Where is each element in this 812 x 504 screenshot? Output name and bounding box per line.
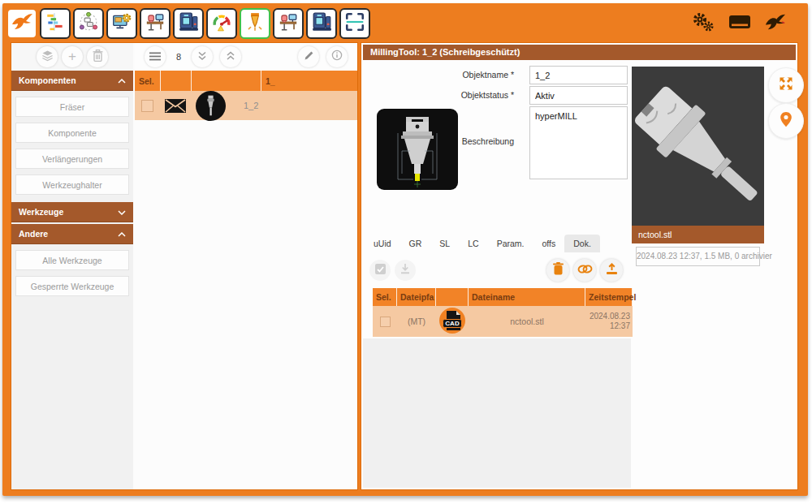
list-menu-button[interactable]	[145, 46, 166, 67]
column-icon[interactable]	[192, 71, 261, 91]
browser-panel: + Komponenten Fräser Komponente Verlänge…	[11, 42, 358, 490]
column-name[interactable]: 1_	[261, 71, 357, 91]
stl-3d-viewer[interactable]	[632, 67, 764, 226]
objektstatus-input[interactable]	[529, 86, 628, 105]
item-label: Werkzeughalter	[42, 180, 102, 190]
module-workstation-button[interactable]	[140, 8, 171, 39]
row-checkbox[interactable]	[141, 100, 153, 112]
expand-viewer-button[interactable]	[768, 67, 804, 103]
tab-lc[interactable]: LC	[459, 235, 487, 252]
scan-frame-icon	[344, 11, 365, 36]
sidebar-item-alle-werkzeuge[interactable]: Alle Werkzeuge	[15, 250, 129, 270]
workstation-icon	[145, 11, 166, 36]
layers-button[interactable]	[37, 46, 58, 67]
chevron-up-icon	[118, 229, 126, 239]
expand-all-button[interactable]	[192, 46, 213, 67]
sidebar-item-verlaengerungen[interactable]: Verlängerungen	[15, 149, 129, 169]
list-toolbar: 8	[135, 43, 357, 71]
doc-column-sel[interactable]: Sel.	[373, 288, 397, 306]
module-workstation-2-button[interactable]	[273, 8, 304, 39]
select-all-button-disabled[interactable]	[369, 260, 391, 281]
tool-row-1-2[interactable]: 1_2	[135, 91, 357, 120]
delete-button[interactable]	[87, 46, 108, 67]
beschreibung-textarea[interactable]: hyperMILL	[529, 106, 628, 179]
download-button-disabled[interactable]	[395, 260, 416, 281]
edit-button[interactable]	[298, 46, 319, 67]
tool-preview-2d[interactable]	[377, 109, 458, 190]
document-table-header: Sel. Dateipfa Dateiname Zeitstempel	[373, 288, 633, 306]
item-label: Alle Werkzeuge	[42, 256, 102, 265]
sidebar-item-komponente[interactable]: Komponente	[15, 123, 129, 143]
doc-column-path[interactable]: Dateipfa	[397, 288, 436, 306]
sidebar-section-werkzeuge[interactable]: Werkzeuge	[11, 202, 133, 222]
objektstatus-label: Objektstatus *	[410, 90, 514, 100]
section-label: Werkzeuge	[19, 207, 63, 217]
timestamp-date: 2024.08.23	[590, 312, 630, 321]
item-label: Komponente	[48, 128, 97, 138]
tab-label: SL	[439, 239, 450, 248]
hummingbird-icon	[11, 11, 33, 37]
topbar-right-actions	[691, 11, 804, 37]
link-icon	[577, 263, 593, 278]
locate-button[interactable]	[768, 103, 804, 139]
module-gauge-button[interactable]	[206, 8, 237, 39]
document-toolbar	[361, 256, 631, 285]
doc-row-checkbox[interactable]	[380, 317, 391, 327]
document-pane-background	[363, 338, 631, 488]
module-team-button[interactable]	[73, 8, 104, 39]
module-gantt-button[interactable]	[40, 8, 71, 39]
module-3d-printer-2-button[interactable]	[306, 8, 337, 39]
viewer-file-info: 2024.08.23 12:37, 1.5 MB, 0 archivier	[636, 247, 760, 266]
category-sidebar: + Komponenten Fräser Komponente Verlänge…	[11, 43, 135, 489]
tab-offs[interactable]: offs	[533, 235, 564, 252]
envelope-icon	[165, 99, 186, 113]
sidebar-section-andere[interactable]: Andere	[11, 224, 133, 244]
detail-tabs: uUid GR SL LC Param. offs Dok.	[365, 235, 600, 252]
double-chevron-down-icon	[197, 50, 207, 64]
collapse-all-button[interactable]	[220, 46, 241, 67]
download-icon	[400, 263, 411, 278]
upload-icon	[606, 263, 618, 278]
chevron-down-icon	[118, 207, 126, 217]
module-computer-settings-button[interactable]	[106, 8, 137, 39]
doc-filename-value: nctool.stl	[469, 317, 585, 326]
tab-gr[interactable]: GR	[400, 235, 431, 252]
info-button[interactable]	[326, 46, 348, 67]
module-3d-printer-button[interactable]	[173, 8, 204, 39]
tab-sl[interactable]: SL	[430, 235, 459, 252]
tab-label: Dok.	[573, 239, 591, 248]
column-sel[interactable]: Sel.	[135, 71, 161, 91]
sidebar-section-komponenten[interactable]: Komponenten	[11, 71, 133, 91]
sidebar-toolbar: +	[11, 43, 133, 71]
doc-column-time[interactable]: Zeitstempel	[585, 288, 633, 306]
module-milling-cutter-button-selected[interactable]	[240, 8, 270, 39]
column-flag[interactable]	[161, 71, 192, 91]
sidebar-item-werkzeughalter[interactable]: Werkzeughalter	[15, 174, 129, 195]
team-network-icon	[78, 11, 99, 36]
tab-param[interactable]: Param.	[488, 235, 533, 252]
sidebar-item-fraeser[interactable]: Fräser	[15, 97, 129, 117]
doc-column-icon[interactable]	[436, 288, 469, 306]
pencil-icon	[304, 50, 314, 64]
tab-label: Param.	[497, 239, 525, 248]
delete-document-button[interactable]	[546, 259, 569, 282]
hummingbird-dark-icon[interactable]	[764, 11, 786, 37]
document-row-nctool[interactable]: (MT) CAD nctool.stl 2024.08.23 12:37	[373, 306, 633, 337]
keyboard-icon[interactable]	[728, 14, 751, 33]
printer-3d-icon	[178, 11, 199, 36]
app-window: + Komponenten Fräser Komponente Verlänge…	[2, 3, 808, 496]
upload-document-button[interactable]	[600, 259, 623, 282]
module-scan-button[interactable]	[339, 8, 370, 39]
tab-dok-active[interactable]: Dok.	[564, 235, 600, 252]
trash-icon	[93, 50, 103, 65]
sidebar-item-gesperrte-werkzeuge[interactable]: Gesperrte Werkzeuge	[15, 276, 129, 296]
tab-uuid[interactable]: uUid	[365, 235, 400, 252]
doc-column-name[interactable]: Dateiname	[469, 288, 585, 306]
link-document-button[interactable]	[573, 259, 596, 282]
hummingbird-logo-button[interactable]	[6, 8, 37, 39]
section-label: Andere	[19, 229, 48, 239]
add-button[interactable]: +	[62, 46, 83, 67]
settings-gears-icon[interactable]	[691, 11, 715, 37]
objektname-input[interactable]	[529, 66, 628, 84]
beschreibung-label: Beschreibung	[410, 136, 514, 146]
